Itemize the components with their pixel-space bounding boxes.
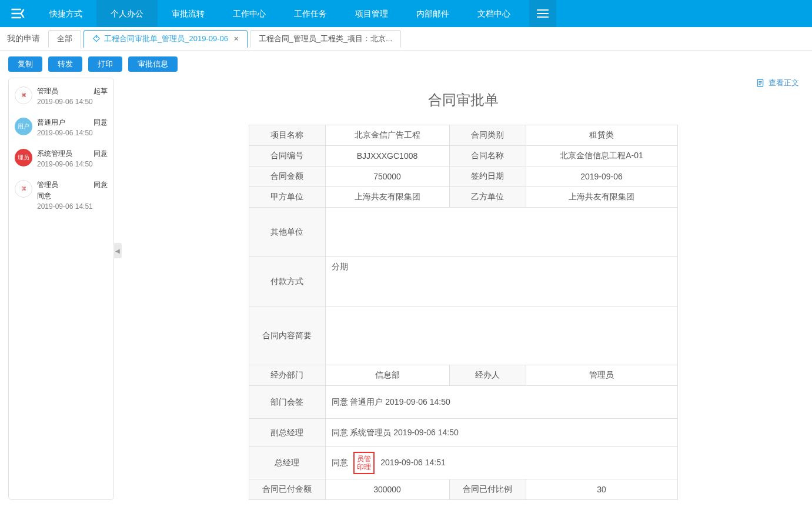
- sub-tab-0[interactable]: 全部: [48, 30, 81, 48]
- label-project-name: 项目名称: [249, 125, 325, 146]
- value-contract-name: 北京金信信息工程A-01: [526, 146, 677, 166]
- value-other-unit: [325, 208, 677, 257]
- value-project-name: 北京金信广告工程: [325, 125, 449, 146]
- view-original-link[interactable]: 查看正文: [756, 78, 799, 88]
- nav-item-7[interactable]: 文档中心: [463, 0, 524, 27]
- document-area: 查看正文 合同审批单 项目名称 北京金信广告工程 合同类别 租赁类 合同编号 B…: [122, 78, 804, 500]
- value-handler: 管理员: [526, 365, 677, 386]
- value-contract-no: BJJXXXGC1008: [325, 146, 449, 166]
- logo-icon[interactable]: [0, 0, 35, 27]
- label-vp: 副总经理: [249, 419, 325, 447]
- label-dept: 经办部门: [249, 365, 325, 386]
- label-contract-type: 合同类别: [449, 125, 526, 146]
- forward-button[interactable]: 转发: [48, 56, 82, 72]
- tag-icon: [92, 35, 101, 43]
- label-sign-date: 签约日期: [449, 166, 526, 187]
- avatar: 用户: [15, 118, 32, 135]
- collapse-timeline-button[interactable]: ◀: [113, 243, 122, 258]
- print-button[interactable]: 打印: [88, 56, 122, 72]
- label-party-b: 乙方单位: [449, 187, 526, 208]
- timeline-item: ⌘管理员同意同意2019-09-06 14:51: [15, 180, 108, 211]
- timeline-item: 用户普通用户同意2019-09-06 14:50: [15, 118, 108, 137]
- label-paid-ratio: 合同已付比例: [449, 479, 526, 500]
- value-sign-date: 2019-09-06: [526, 166, 677, 187]
- label-handler: 经办人: [449, 365, 526, 386]
- label-party-a: 甲方单位: [249, 187, 325, 208]
- label-pay-method: 付款方式: [249, 257, 325, 306]
- nav-item-1[interactable]: 个人办公: [96, 0, 158, 27]
- value-vp: 同意 系统管理员 2019-09-06 14:50: [325, 419, 677, 447]
- approval-info-button[interactable]: 审批信息: [128, 56, 178, 72]
- value-amount: 750000: [325, 166, 449, 187]
- value-summary: [325, 306, 677, 365]
- label-summary: 合同内容简要: [249, 306, 325, 365]
- label-other-unit: 其他单位: [249, 208, 325, 257]
- sub-title: 我的申请: [7, 34, 40, 44]
- nav-item-2[interactable]: 审批流转: [158, 0, 219, 27]
- value-paid-amount: 300000: [325, 479, 449, 500]
- nav-item-3[interactable]: 工作中心: [219, 0, 280, 27]
- avatar: ⌘: [15, 180, 32, 198]
- close-tab-icon[interactable]: ×: [234, 31, 239, 47]
- approval-stamp: 员管印理: [353, 452, 375, 474]
- label-contract-no: 合同编号: [249, 146, 325, 166]
- nav-item-6[interactable]: 内部邮件: [402, 0, 463, 27]
- nav-item-5[interactable]: 项目管理: [341, 0, 402, 27]
- sub-tab-1[interactable]: 工程合同审批单_管理员_2019-09-06×: [83, 30, 248, 48]
- label-paid-amount: 合同已付金额: [249, 479, 325, 500]
- copy-button[interactable]: 复制: [8, 56, 42, 72]
- timeline-item: ⌘管理员起草2019-09-06 14:50: [15, 86, 108, 106]
- contract-form-table: 项目名称 北京金信广告工程 合同类别 租赁类 合同编号 BJJXXXGC1008…: [249, 125, 678, 500]
- avatar: 理员: [15, 149, 32, 166]
- label-contract-name: 合同名称: [449, 146, 526, 166]
- value-paid-ratio: 30: [526, 479, 677, 500]
- label-amount: 合同金额: [249, 166, 325, 187]
- value-contract-type: 租赁类: [526, 125, 677, 146]
- nav-item-0[interactable]: 快捷方式: [35, 0, 96, 27]
- hamburger-icon[interactable]: [529, 0, 556, 27]
- top-nav: 快捷方式个人办公审批流转工作中心工作任务项目管理内部邮件文档中心: [0, 0, 812, 27]
- value-gm: 同意 员管印理 2019-09-06 14:51: [325, 447, 677, 479]
- document-icon: [756, 78, 765, 88]
- sub-tab-bar: 我的申请 全部工程合同审批单_管理员_2019-09-06×工程合同_管理员_工…: [0, 27, 812, 51]
- value-dept-sign: 同意 普通用户 2019-09-06 14:50: [325, 386, 677, 419]
- label-dept-sign: 部门会签: [249, 386, 325, 419]
- label-gm: 总经理: [249, 447, 325, 479]
- value-party-a: 上海共友有限集团: [325, 187, 449, 208]
- approval-timeline: ⌘管理员起草2019-09-06 14:50用户普通用户同意2019-09-06…: [8, 78, 114, 500]
- value-pay-method: 分期: [325, 257, 677, 306]
- action-toolbar: 复制 转发 打印 审批信息: [0, 51, 812, 78]
- svg-point-0: [96, 37, 96, 38]
- value-dept: 信息部: [325, 365, 449, 386]
- document-title: 合同审批单: [122, 91, 804, 109]
- sub-tab-2[interactable]: 工程合同_管理员_工程类_项目：北京...: [250, 30, 402, 48]
- avatar: ⌘: [15, 86, 32, 104]
- timeline-item: 理员系统管理员同意2019-09-06 14:50: [15, 149, 108, 168]
- value-party-b: 上海共友有限集团: [526, 187, 677, 208]
- nav-item-4[interactable]: 工作任务: [280, 0, 341, 27]
